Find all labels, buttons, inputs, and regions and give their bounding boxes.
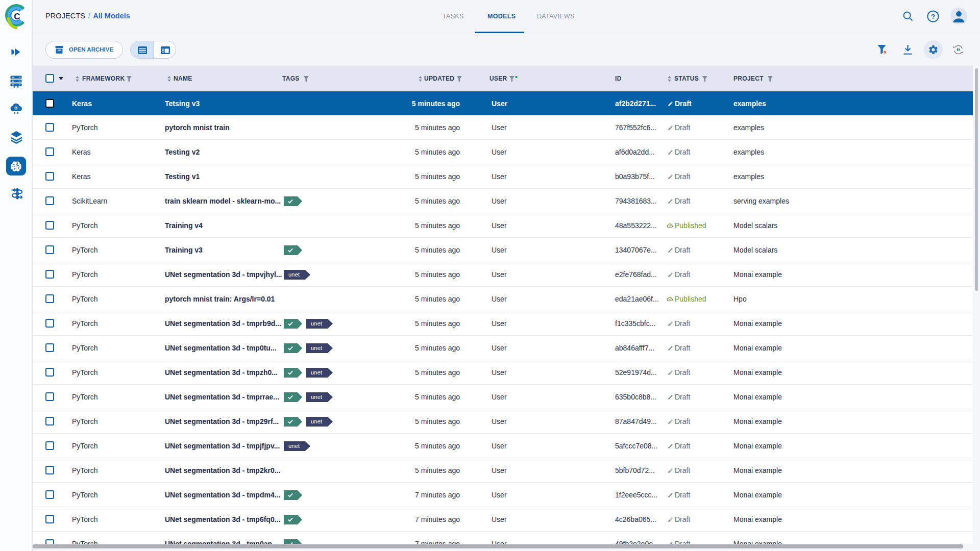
svg-text:C: C — [14, 12, 20, 21]
svg-text:?: ? — [931, 13, 935, 20]
